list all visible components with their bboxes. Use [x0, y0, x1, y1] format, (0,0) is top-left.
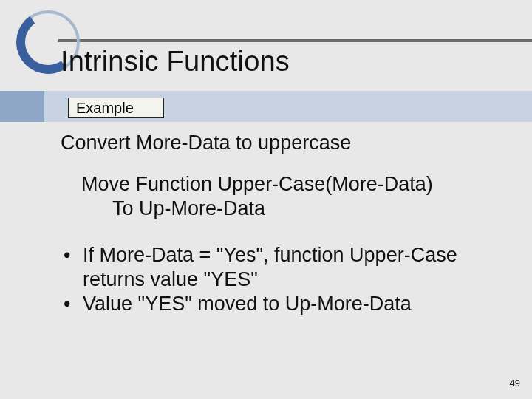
page-number: 49	[510, 378, 520, 389]
example-label: Example	[76, 100, 134, 117]
slide-body: Convert More-Data to uppercase Move Func…	[61, 132, 508, 316]
list-item: Value "YES" moved to Up-More-Data	[64, 292, 508, 316]
slide-title: Intrinsic Functions	[61, 46, 290, 78]
slide: Intrinsic Functions Example Convert More…	[0, 0, 532, 399]
code-line: Move Function Upper-Case(More-Data)	[81, 172, 508, 197]
example-label-box: Example	[68, 98, 164, 118]
bullet-text: If More-Data = "Yes", function Upper-Cas…	[83, 244, 457, 290]
title-rule	[58, 39, 532, 42]
code-block: Move Function Upper-Case(More-Data) To U…	[81, 172, 508, 221]
list-item: If More-Data = "Yes", function Upper-Cas…	[64, 243, 508, 292]
header-band-accent	[0, 91, 44, 122]
subtitle: Convert More-Data to uppercase	[61, 132, 508, 154]
bullet-list: If More-Data = "Yes", function Upper-Cas…	[61, 243, 508, 316]
code-line: To Up-More-Data	[112, 197, 508, 221]
bullet-text: Value "YES" moved to Up-More-Data	[83, 293, 412, 315]
